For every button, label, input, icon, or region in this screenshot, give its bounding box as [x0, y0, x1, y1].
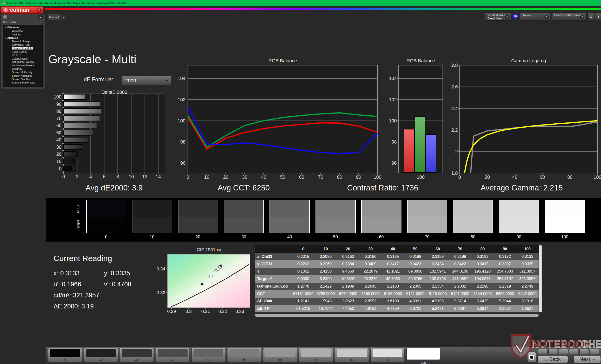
deltae-bar-80	[64, 109, 102, 114]
svg-text:60: 60	[540, 174, 545, 180]
svg-text:0: 0	[59, 166, 61, 171]
cie-chart: 0.320.340.290.30.310.320.33	[157, 254, 250, 314]
svg-text:14: 14	[156, 174, 161, 179]
deltae-chart: 100908070605040302010002468101214	[54, 93, 165, 179]
rgb-bar-red	[404, 129, 414, 172]
svg-text:20: 20	[223, 174, 228, 180]
svg-text:100: 100	[178, 118, 185, 123]
svg-text:1.8: 1.8	[451, 171, 458, 176]
svg-text:2.2: 2.2	[451, 127, 458, 133]
svg-text:70: 70	[56, 116, 61, 121]
deltae-bar-0	[64, 166, 72, 171]
svg-text:100: 100	[593, 174, 601, 180]
svg-text:40: 40	[56, 137, 61, 142]
svg-text:90: 90	[56, 102, 61, 107]
svg-text:2.4: 2.4	[451, 106, 458, 111]
svg-text:0: 0	[458, 174, 461, 180]
svg-text:80: 80	[567, 174, 572, 180]
svg-text:0.3: 0.3	[185, 309, 191, 314]
svg-text:80: 80	[337, 174, 342, 180]
deltae-bar-100	[64, 94, 85, 99]
svg-text:0.29: 0.29	[167, 309, 176, 314]
svg-text:60: 60	[299, 174, 304, 180]
svg-text:20: 20	[56, 152, 61, 157]
svg-text:6: 6	[103, 174, 105, 179]
svg-text:70: 70	[318, 174, 323, 180]
svg-text:2.6: 2.6	[451, 84, 458, 89]
deltae-bar-90	[64, 102, 100, 107]
svg-text:40: 40	[261, 174, 266, 180]
svg-text:60: 60	[56, 123, 61, 128]
svg-text:104: 104	[178, 76, 185, 81]
rgb-bar-blue	[426, 134, 436, 172]
svg-text:98: 98	[391, 139, 397, 144]
deltae-bar-40	[64, 137, 88, 142]
current-reading-marker	[210, 275, 213, 278]
charts-layer: 1009080706050403020100024681012149698100…	[0, 0, 601, 364]
svg-text:0.33: 0.33	[235, 309, 244, 314]
svg-text:102: 102	[178, 97, 185, 102]
svg-text:96: 96	[180, 160, 185, 166]
svg-text:100: 100	[417, 174, 424, 180]
svg-text:40: 40	[512, 174, 517, 180]
deltae-bar-50	[64, 130, 93, 135]
deltae-bar-10	[64, 159, 74, 164]
svg-text:30: 30	[56, 144, 61, 150]
svg-text:90: 90	[356, 174, 361, 180]
svg-text:12: 12	[142, 174, 147, 179]
svg-text:80: 80	[56, 109, 61, 114]
svg-text:30: 30	[242, 174, 247, 180]
measured-point-ring	[217, 268, 219, 270]
svg-text:0: 0	[62, 174, 65, 179]
rgb-bar-green	[415, 116, 425, 172]
svg-text:98: 98	[180, 139, 185, 144]
gamma-chart: 1.822.22.42.62.8020406080100	[451, 63, 601, 180]
svg-text:0.32: 0.32	[218, 309, 227, 314]
measured-point-filled	[220, 265, 222, 267]
svg-text:10: 10	[56, 159, 61, 164]
svg-text:20: 20	[485, 174, 490, 180]
svg-text:2: 2	[455, 149, 458, 154]
deltae-bar-60	[64, 123, 97, 128]
svg-text:50: 50	[56, 130, 61, 135]
svg-text:0: 0	[186, 174, 189, 180]
deltae-bar-20	[64, 152, 78, 157]
svg-text:0.34: 0.34	[157, 267, 165, 271]
svg-text:100: 100	[373, 174, 381, 180]
svg-text:2.8: 2.8	[451, 63, 458, 68]
svg-text:96: 96	[391, 160, 397, 166]
svg-text:8: 8	[116, 174, 119, 179]
svg-text:50: 50	[280, 174, 285, 180]
svg-text:0.31: 0.31	[201, 309, 210, 314]
svg-text:100: 100	[54, 94, 61, 99]
rgb-balance-line-chart: 96981001021040102030405060708090100	[178, 65, 381, 180]
rgb-balance-bar-chart: 9698100102104100	[389, 65, 443, 180]
svg-text:4: 4	[90, 174, 92, 179]
measured-point-dot	[201, 283, 203, 286]
svg-text:2: 2	[76, 174, 78, 179]
svg-text:0.32: 0.32	[157, 290, 165, 295]
svg-text:10: 10	[129, 174, 134, 179]
deltae-bar-30	[64, 144, 83, 150]
svg-text:104: 104	[389, 76, 397, 81]
svg-text:102: 102	[389, 97, 397, 102]
deltae-bar-70	[64, 116, 100, 121]
svg-text:100: 100	[389, 118, 397, 123]
svg-text:10: 10	[204, 174, 210, 180]
